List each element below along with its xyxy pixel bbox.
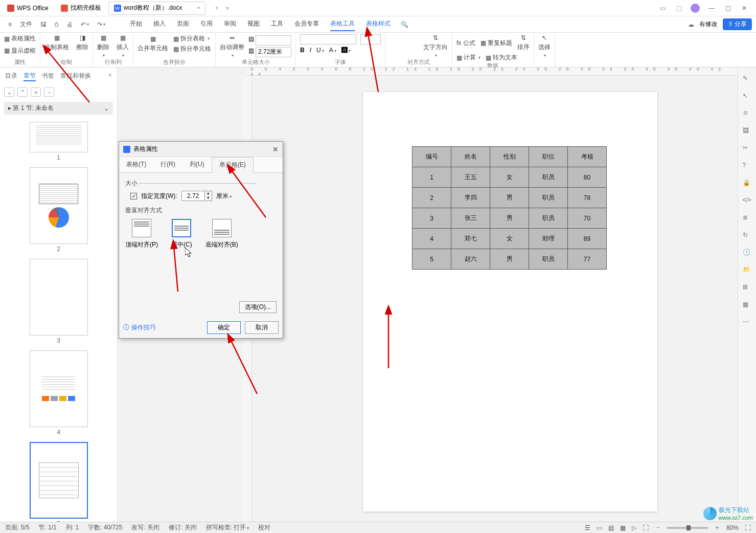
select-button[interactable]: ↖选择 (538, 34, 551, 58)
print-icon[interactable]: 🖨 (62, 17, 77, 32)
tab-member[interactable]: 会员专享 (294, 17, 319, 31)
sort-button[interactable]: ⇅排序 (517, 34, 530, 52)
grid-icon[interactable]: ▦ (743, 301, 752, 310)
close-button[interactable]: ✕ (740, 4, 749, 13)
td[interactable]: 助理 (529, 229, 568, 249)
td[interactable]: 郑七 (451, 229, 490, 249)
split-cell-button[interactable]: ▦ 拆分单元格 (173, 45, 211, 53)
italic-button[interactable]: I (310, 47, 311, 54)
font-size-input[interactable] (360, 34, 381, 45)
ok-button[interactable]: 确定 (207, 321, 241, 334)
minus-icon[interactable]: － (44, 87, 54, 97)
td[interactable]: 男 (490, 249, 529, 270)
formula-button[interactable]: fx 公式 (456, 39, 475, 48)
show-grid-button[interactable]: ▦ 显示虚框 (4, 47, 36, 55)
unit-select[interactable]: 厘米 (216, 192, 232, 201)
app-tab-doc[interactable]: Wword教程（新）.docx• (108, 2, 205, 15)
status-overwrite[interactable]: 改写: 关闭 (131, 523, 159, 532)
width-spinner[interactable]: ▲▼ (181, 191, 212, 201)
status-proof[interactable]: 校对 (258, 523, 270, 532)
td[interactable]: 王五 (451, 167, 490, 188)
erase-button[interactable]: ◨擦除 (76, 34, 88, 52)
undo-button[interactable]: ↶ (77, 17, 93, 32)
td[interactable]: 女 (490, 167, 529, 188)
status-track[interactable]: 修订: 关闭 (169, 523, 197, 532)
text-dir-button[interactable]: ⇅文字方向 (423, 34, 448, 58)
tab-table-tools[interactable]: 表格工具 (330, 17, 355, 31)
share-button[interactable]: ⇧ 分享 (723, 18, 752, 30)
expand-icon[interactable]: ⛶ (745, 524, 751, 531)
valign-center[interactable]: 居中(C) (171, 219, 192, 249)
tab-start[interactable]: 开始 (130, 17, 142, 31)
valign-top[interactable]: 顶端对齐(P) (125, 219, 158, 249)
cross-icon[interactable]: ⊠ (743, 283, 752, 293)
section-header[interactable]: ▸ 第 1 节: 未命名⌄ (4, 102, 113, 115)
status-words[interactable]: 字数: 40/725 (88, 523, 122, 532)
width-checkbox[interactable]: ✓ (130, 193, 137, 199)
preview-icon[interactable]: ⎙ (51, 17, 62, 32)
lock-icon[interactable]: 🔒 (743, 179, 752, 188)
delete-button[interactable]: ▦删除 (97, 34, 109, 58)
zoom-slider[interactable] (667, 527, 708, 529)
td[interactable]: 赵六 (451, 249, 490, 270)
ruler-horizontal[interactable]: 8 6 4 2 2 4 6 8 10 12 14 16 18 20 22 24 … (245, 68, 738, 76)
repeat-head-button[interactable]: ▦ 重复标题 (480, 39, 512, 48)
td[interactable]: 89 (568, 229, 607, 249)
highlight-button[interactable]: 🅰 (341, 47, 351, 54)
history-icon[interactable]: 🕓 (743, 249, 752, 258)
tab-view[interactable]: 视图 (247, 17, 260, 31)
merge-cells-button[interactable]: ▦合并单元格 (138, 35, 168, 53)
help-icon[interactable]: ? (743, 162, 752, 171)
td[interactable]: 张三 (451, 208, 490, 229)
td[interactable]: 职员 (529, 167, 568, 188)
app-tab-wps[interactable]: WPS Office (2, 2, 54, 15)
tab-table-style[interactable]: 表格样式 (366, 17, 391, 31)
status-section[interactable]: 节: 1/1 (38, 523, 56, 532)
new-tab-button[interactable]: ＋ (211, 2, 223, 14)
panel-icon[interactable]: ▭ (658, 4, 667, 13)
td[interactable]: 77 (568, 249, 607, 270)
cloud-icon[interactable]: ☁ (688, 21, 694, 28)
minimize-button[interactable]: — (707, 4, 716, 13)
data-table[interactable]: 编号姓名性别职位考核 1王五女职员80 2李四男职员78 3张三男职员70 4郑… (412, 146, 607, 270)
view-web-icon[interactable]: ▤ (608, 524, 614, 531)
td[interactable]: 78 (568, 188, 607, 208)
menu-icon[interactable]: ≡ (4, 17, 16, 32)
folder-icon[interactable]: 📁 (743, 266, 752, 275)
settings-icon[interactable]: ⛶ (643, 524, 649, 531)
td[interactable]: 4 (413, 229, 451, 249)
td[interactable]: 70 (568, 208, 607, 229)
cursor-icon[interactable]: ↖ (743, 92, 752, 101)
maximize-button[interactable]: ▢ (723, 4, 732, 13)
search-icon[interactable]: 🔍 (401, 21, 408, 28)
code-icon[interactable]: </> (743, 196, 752, 206)
nav-tab-find[interactable]: 查找和替换 (60, 72, 91, 81)
nav-close-icon[interactable]: × (108, 72, 112, 81)
font-color-button[interactable]: A (329, 47, 336, 54)
pencil-icon[interactable]: ✎ (743, 75, 752, 84)
image-icon[interactable]: 🖼 (743, 127, 752, 136)
nav-tab-section[interactable]: 章节 (24, 72, 36, 81)
calc-button[interactable]: ▦ 计算 (456, 53, 480, 62)
chevron-down-icon[interactable]: ⌄ (4, 87, 14, 97)
nav-tab-bookmark[interactable]: 书签 (42, 72, 54, 81)
dlg-tab-row[interactable]: 行(R) (153, 157, 182, 172)
th[interactable]: 考核 (568, 147, 607, 167)
zoom-in-button[interactable]: ＋ (714, 523, 720, 532)
td[interactable]: 男 (490, 188, 529, 208)
split-table-button[interactable]: ▦ 拆分表格 (173, 34, 211, 43)
tab-review[interactable]: 审阅 (224, 17, 236, 31)
tab-ref[interactable]: 引用 (200, 17, 213, 31)
refresh-icon[interactable]: ↻ (743, 231, 752, 240)
avatar[interactable] (691, 4, 700, 13)
col-w-input[interactable] (256, 47, 291, 57)
tab-menu-icon[interactable]: ▾ (226, 5, 229, 12)
file-menu[interactable]: 文件 (16, 17, 36, 32)
th[interactable]: 姓名 (451, 147, 490, 167)
zoom-out-button[interactable]: － (655, 523, 661, 532)
nav-tab-toc[interactable]: 目录 (5, 72, 17, 81)
td[interactable]: 职员 (529, 249, 568, 270)
hint-link[interactable]: ⓘ 操作技巧 (123, 323, 156, 332)
align-grid[interactable] (390, 46, 419, 47)
row-h-input[interactable] (256, 35, 291, 46)
